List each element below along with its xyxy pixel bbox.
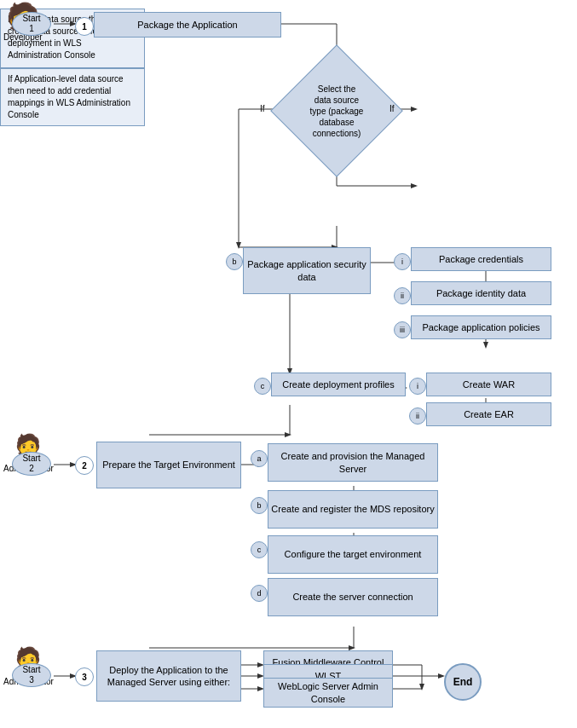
start2-bubble: Start2 [12,452,51,476]
package-security-label: Package application security data [244,258,370,283]
end-label: End [453,676,473,688]
roman-ii-circle: ii [394,287,411,304]
diamond-text: Select thedata sourcetype (packagedataba… [310,84,364,139]
package-credentials-label: Package credentials [439,253,523,265]
server-connection-box: Create the server connection [268,578,438,616]
package-application-label: Package the Application [137,19,237,31]
configure-target-label: Configure the target environment [285,548,422,560]
if-right-label: If [389,104,395,113]
package-credentials-box: Package credentials [411,247,551,271]
package-policies-box: Package application policies [411,315,551,339]
create-war-box: Create WAR [426,373,551,396]
provision-managed-server-box: Create and provision the Managed Server [268,443,438,482]
num3-circle: 3 [75,667,94,686]
provision-managed-server-label: Create and provision the Managed Server [268,450,437,475]
wlas-box: WebLogic Server Admin Console [263,678,393,708]
package-security-data-box: Package application security data [243,247,371,294]
start3-bubble: Start3 [12,663,51,687]
start1-label: Start1 [22,14,40,34]
deploy-application-label: Deploy the Application to the Managed Se… [97,664,240,689]
start2-label: Start2 [22,454,40,474]
deployment-profiles-box: Create deployment profiles [271,373,406,396]
end-circle: End [444,663,482,701]
letter-a2-circle: a [251,450,268,467]
num2-label: 2 [82,461,87,471]
num1-label: 1 [82,22,87,32]
diamond-label: Select thedata sourcetype (packagedataba… [279,68,395,153]
start1-bubble: Start1 [12,12,51,36]
mds-repository-label: Create and register the MDS repository [271,503,434,515]
start3-label: Start3 [22,665,40,685]
roman-i2-circle: i [409,378,426,395]
create-war-label: Create WAR [463,378,515,390]
letter-b-circle: b [226,253,243,270]
note-app-text: If Application-level data source then ne… [8,74,130,119]
deployment-profiles-label: Create deployment profiles [282,378,394,390]
num2-circle: 2 [75,456,94,475]
wlas-label: WebLogic Server Admin Console [264,680,392,705]
roman-iii-circle: iii [394,321,411,338]
roman-i-circle: i [394,253,411,270]
package-application-box: Package the Application [94,12,281,38]
configure-target-box: Configure the target environment [268,535,438,574]
letter-c-circle: c [254,378,271,395]
letter-b2-circle: b [251,497,268,514]
prepare-target-label: Prepare the Target Environment [102,459,235,471]
num3-label: 3 [82,673,87,682]
package-identity-label: Package identity data [436,287,526,299]
num1-circle: 1 [75,17,94,36]
letter-c2-circle: c [251,541,268,558]
roman-ii2-circle: ii [409,407,426,425]
package-identity-box: Package identity data [411,281,551,305]
if-left-label: If [260,104,265,113]
note-app-datasource: If Application-level data source then ne… [0,68,145,126]
mds-repository-box: Create and register the MDS repository [268,490,438,529]
prepare-target-box: Prepare the Target Environment [96,442,241,488]
letter-d2-circle: d [251,585,268,602]
package-policies-label: Package application policies [422,321,539,333]
server-connection-label: Create the server connection [292,591,413,603]
create-ear-box: Create EAR [426,402,551,426]
deploy-application-box: Deploy the Application to the Managed Se… [96,650,241,702]
create-ear-label: Create EAR [464,408,514,420]
